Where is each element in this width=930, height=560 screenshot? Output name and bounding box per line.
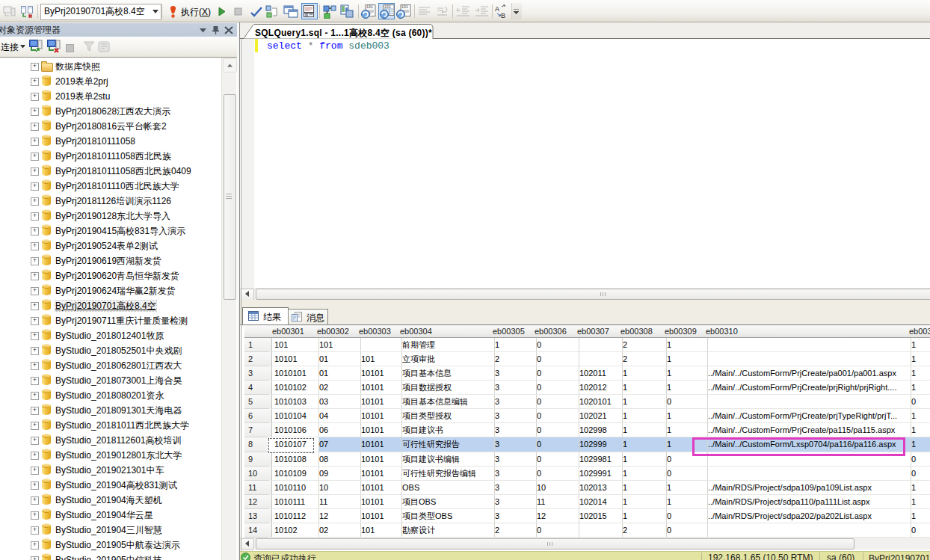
svg-text:A: A — [495, 5, 499, 13]
svg-text:101: 101 — [366, 5, 373, 10]
svg-text:101: 101 — [401, 5, 408, 10]
svg-text:B: B — [501, 12, 505, 19]
